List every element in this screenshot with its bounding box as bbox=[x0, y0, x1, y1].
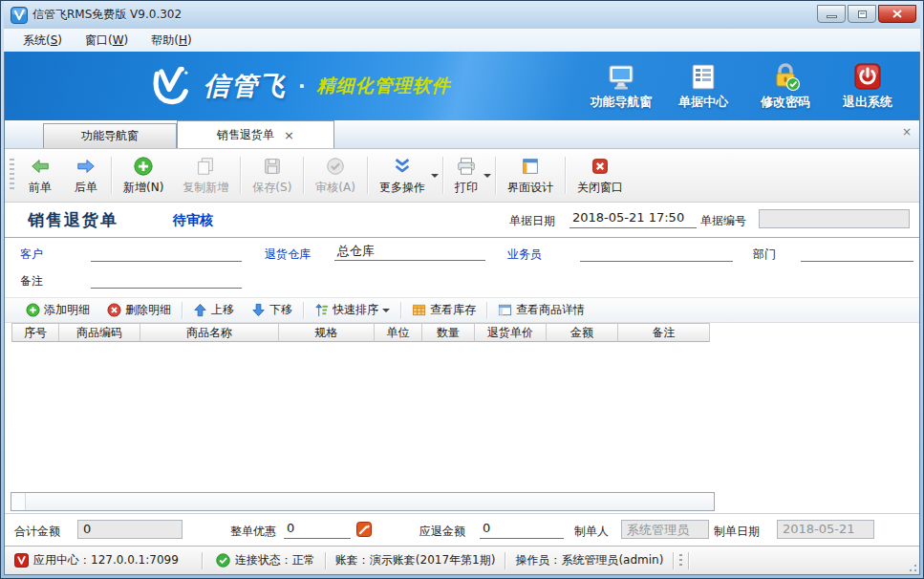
warehouse-input[interactable]: 总仓库 bbox=[334, 243, 485, 261]
prev-doc-button[interactable]: 前单 bbox=[17, 151, 63, 200]
totals-bar: 合计金额 0 整单优惠 0 应退金额 0 制单人 系统管理员 制单日期 2018… bbox=[5, 513, 919, 546]
move-up-icon bbox=[193, 303, 207, 317]
column-header-amount[interactable]: 金额 bbox=[547, 323, 618, 342]
add-icon bbox=[133, 156, 154, 177]
document-center-button[interactable]: 单据中心 bbox=[667, 61, 740, 111]
minimize-icon bbox=[827, 15, 837, 18]
brand-slogan: 精细化管理软件 bbox=[317, 74, 451, 98]
grid-scroll-row bbox=[5, 492, 919, 513]
discount-input[interactable]: 0 bbox=[284, 521, 351, 539]
quick-sort-button[interactable]: 快速排序 bbox=[306, 298, 398, 322]
ui-design-icon bbox=[520, 156, 541, 177]
add-detail-button[interactable]: 添加明细 bbox=[17, 298, 98, 322]
form-fields: 客户 退货仓库 总仓库 业务员 部门 备注 bbox=[5, 238, 919, 297]
brand-mark-icon bbox=[144, 64, 194, 108]
menu-system[interactable]: 系统(S) bbox=[13, 31, 72, 51]
tab-close-icon[interactable]: × bbox=[284, 129, 294, 141]
main-toolbar: 前单 后单 新增(N) 复制新增 保存(S) 审 bbox=[5, 148, 919, 203]
column-header-remark[interactable]: 备注 bbox=[618, 323, 710, 342]
add-circle-icon bbox=[26, 303, 40, 317]
status-badge: 待审核 bbox=[173, 212, 213, 229]
tab-sales-return[interactable]: 销售退货单 × bbox=[177, 120, 334, 148]
column-header-unit[interactable]: 单位 bbox=[375, 323, 422, 342]
minimize-button[interactable] bbox=[817, 5, 846, 23]
more-actions-icon bbox=[392, 156, 413, 177]
app-window: 信管飞RMS免费版 V9.0.302 系统(S) 窗口(W) 帮助(H) 信管飞 bbox=[0, 0, 924, 579]
save-button[interactable]: 保存(S) bbox=[243, 151, 301, 200]
statusbar-account: 账套：演示账套(2017年第1期) bbox=[326, 552, 505, 568]
statusbar-separator bbox=[673, 552, 674, 569]
detail-toolbar: 添加明细 删除明细 上移 下移 快速排序 bbox=[5, 297, 919, 323]
exit-system-button[interactable]: 退出系统 bbox=[831, 61, 904, 111]
refund-amount-label: 应退金额 bbox=[419, 524, 465, 540]
monitor-icon bbox=[606, 61, 636, 92]
creator-field: 系统管理员 bbox=[621, 520, 709, 539]
menu-window[interactable]: 窗口(W) bbox=[75, 31, 138, 51]
view-stock-button[interactable]: 查看库存 bbox=[403, 298, 484, 322]
creator-label: 制单人 bbox=[574, 524, 609, 540]
statusbar-connection: 连接状态：正常 bbox=[206, 552, 325, 568]
detail-toolbar-separator bbox=[303, 302, 304, 319]
statusbar-separator bbox=[688, 552, 689, 569]
toolbar-separator bbox=[442, 157, 443, 194]
nav-window-button[interactable]: 功能导航窗 bbox=[585, 61, 657, 111]
create-date-field: 2018-05-21 bbox=[777, 520, 874, 539]
print-button[interactable]: 打印 bbox=[445, 151, 493, 200]
refund-amount-input[interactable]: 0 bbox=[480, 521, 564, 539]
menu-help[interactable]: 帮助(H) bbox=[141, 31, 201, 51]
statusbar-operator: 操作员：系统管理员(admin) bbox=[505, 552, 673, 568]
menubar: 系统(S) 窗口(W) 帮助(H) bbox=[4, 29, 920, 52]
remark-input[interactable] bbox=[91, 270, 242, 289]
toolbar-separator bbox=[303, 157, 304, 194]
toolbar-separator bbox=[565, 157, 566, 194]
form-title: 销售退货单 bbox=[28, 209, 118, 231]
copy-new-button[interactable]: 复制新增 bbox=[173, 151, 238, 200]
doc-date-input[interactable]: 2018-05-21 17:50 bbox=[569, 210, 697, 228]
move-up-button[interactable]: 上移 bbox=[184, 298, 243, 322]
new-button[interactable]: 新增(N) bbox=[114, 151, 173, 200]
total-amount-label: 合计金额 bbox=[14, 524, 60, 540]
change-password-button[interactable]: 修改密码 bbox=[749, 61, 822, 111]
close-icon bbox=[892, 10, 902, 18]
department-input[interactable] bbox=[801, 244, 913, 262]
salesman-input[interactable] bbox=[580, 244, 733, 262]
next-doc-button[interactable]: 后单 bbox=[63, 151, 109, 200]
print-caret-icon bbox=[483, 174, 491, 178]
column-header-qty[interactable]: 数量 bbox=[422, 323, 475, 342]
column-header-name[interactable]: 商品名称 bbox=[140, 323, 279, 342]
doc-date-label: 单据日期 bbox=[509, 213, 555, 229]
column-header-price[interactable]: 退货单价 bbox=[475, 323, 547, 342]
move-down-icon bbox=[251, 303, 266, 317]
delete-detail-button[interactable]: 删除明细 bbox=[98, 298, 180, 322]
more-actions-button[interactable]: 更多操作 bbox=[370, 151, 441, 200]
column-header-code[interactable]: 商品编码 bbox=[59, 323, 140, 342]
toolbar-grip bbox=[10, 159, 14, 192]
quick-sort-caret-icon bbox=[382, 309, 390, 312]
statusbar-separator bbox=[202, 552, 203, 569]
brand-name: 信管飞 bbox=[204, 69, 287, 103]
tabstrip-close-icon[interactable]: × bbox=[902, 125, 912, 139]
resize-grip[interactable] bbox=[906, 561, 917, 572]
ui-design-button[interactable]: 界面设计 bbox=[498, 151, 563, 200]
total-amount-field: 0 bbox=[77, 520, 183, 539]
lock-icon bbox=[770, 61, 801, 92]
scrollbar-thumb[interactable] bbox=[26, 493, 714, 510]
restore-button[interactable] bbox=[848, 5, 876, 23]
view-product-detail-button[interactable]: 查看商品详情 bbox=[489, 298, 593, 322]
discount-label: 整单优惠 bbox=[230, 524, 276, 540]
doc-no-field bbox=[759, 209, 910, 228]
toolbar-separator bbox=[111, 157, 112, 194]
tab-nav-window[interactable]: 功能导航窗 bbox=[43, 123, 177, 148]
close-window-button[interactable]: 关闭窗口 bbox=[568, 151, 633, 200]
customer-input[interactable] bbox=[91, 244, 242, 262]
move-down-button[interactable]: 下移 bbox=[243, 298, 301, 322]
banner-actions: 功能导航窗 单据中心 bbox=[585, 61, 904, 111]
scroll-left-button[interactable] bbox=[11, 493, 26, 510]
audit-button[interactable]: 审核(A) bbox=[306, 151, 365, 200]
horizontal-scrollbar[interactable] bbox=[11, 492, 715, 511]
toolbar-separator bbox=[495, 157, 496, 194]
column-header-seq[interactable]: 序号 bbox=[11, 323, 59, 342]
discount-edit-icon[interactable] bbox=[356, 522, 372, 537]
column-header-spec[interactable]: 规格 bbox=[279, 323, 375, 342]
close-button[interactable] bbox=[878, 5, 916, 23]
